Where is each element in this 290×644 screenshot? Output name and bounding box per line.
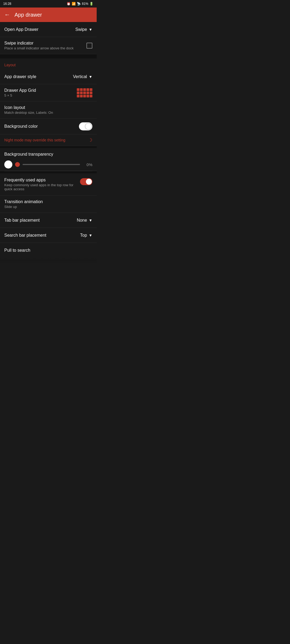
- status-bar: 16:28 ⏰ 📶 📡 81% 🔋: [0, 0, 97, 8]
- night-mode-text: Night mode may override this setting: [4, 138, 65, 142]
- transition-animation-label: Transition animation: [4, 199, 92, 204]
- layout-section-divider: [0, 54, 97, 56]
- transparency-percent: 0%: [83, 162, 92, 167]
- tab-bar-placement-item[interactable]: Tab bar placement None ▼: [0, 213, 97, 228]
- swipe-indicator-label: Swipe indicator: [4, 41, 86, 46]
- swipe-indicator-sub: Place a small indicator arrow above the …: [4, 46, 86, 50]
- back-button[interactable]: ←: [4, 11, 10, 18]
- moon-icon: ☽: [88, 137, 92, 143]
- background-color-label: Background color: [4, 124, 79, 129]
- section-gap: [0, 171, 97, 173]
- bottom-fade-overlay: [0, 258, 97, 263]
- icon-layout-item[interactable]: Icon layout Match desktop size, Labels: …: [0, 101, 97, 119]
- slider-orange-handle[interactable]: [15, 162, 20, 167]
- signal-icon: 📡: [77, 2, 81, 6]
- night-mode-row: Night mode may override this setting ☽: [0, 134, 97, 146]
- pull-to-search-label: Pull to search: [4, 248, 92, 253]
- app-drawer-style-chevron: ▼: [89, 75, 92, 79]
- background-transparency-label: Background transparency: [4, 152, 92, 157]
- open-app-drawer-chevron: ▼: [89, 27, 92, 32]
- drawer-app-grid-label: Drawer App Grid: [4, 88, 77, 93]
- search-bar-placement-item[interactable]: Search bar placement Top ▼: [0, 228, 97, 243]
- page-title: App drawer: [15, 12, 42, 18]
- search-bar-placement-chevron: ▼: [89, 233, 92, 237]
- frequently-used-apps-sub: Keep commonly used apps in the top row f…: [4, 183, 80, 191]
- app-drawer-style-item[interactable]: App drawer style Vertical ▼: [0, 69, 97, 84]
- background-transparency-section: Background transparency 0%: [0, 148, 97, 171]
- search-bar-placement-value[interactable]: Top ▼: [80, 233, 92, 238]
- transition-animation-sub: Slide up: [4, 205, 92, 209]
- app-drawer-style-value[interactable]: Vertical ▼: [73, 74, 92, 79]
- swipe-indicator-checkbox[interactable]: [86, 43, 92, 49]
- background-color-item[interactable]: Background color: [0, 119, 97, 134]
- background-color-toggle[interactable]: [79, 122, 92, 130]
- settings-list: Open App Drawer Swipe ▼ Swipe indicator …: [0, 22, 97, 263]
- open-app-drawer-value[interactable]: Swipe ▼: [75, 27, 92, 32]
- pull-to-search-item[interactable]: Pull to search: [0, 243, 97, 258]
- frequently-used-apps-item[interactable]: Frequently used apps Keep commonly used …: [0, 173, 97, 196]
- battery-percent: 81%: [82, 2, 88, 6]
- drawer-app-grid-item[interactable]: Drawer App Grid 5 × 5: [0, 84, 97, 101]
- open-app-drawer-label: Open App Drawer: [4, 27, 75, 32]
- app-drawer-style-label: App drawer style: [4, 74, 73, 79]
- pull-to-search-section: Pull to search: [0, 243, 97, 263]
- frequently-used-apps-label: Frequently used apps: [4, 178, 80, 182]
- toolbar: ← App drawer: [0, 8, 97, 22]
- search-bar-placement-label: Search bar placement: [4, 233, 80, 238]
- layout-section-header: Layout: [0, 56, 97, 69]
- transparency-slider-track[interactable]: [23, 164, 80, 165]
- battery-icon: 🔋: [89, 2, 93, 6]
- transparency-slider-row[interactable]: 0%: [4, 160, 92, 169]
- tab-bar-placement-chevron: ▼: [89, 218, 92, 222]
- slider-white-circle: [4, 160, 12, 169]
- status-right: ⏰ 📶 📡 81% 🔋: [67, 2, 93, 6]
- transparency-section-divider: [0, 146, 97, 148]
- icon-layout-label: Icon layout: [4, 105, 92, 110]
- drawer-app-grid-sub: 5 × 5: [4, 93, 77, 97]
- swipe-indicator-item[interactable]: Swipe indicator Place a small indicator …: [0, 37, 97, 54]
- transition-animation-item[interactable]: Transition animation Slide up: [0, 196, 97, 213]
- frequently-used-apps-toggle[interactable]: [80, 178, 92, 185]
- alarm-icon: ⏰: [67, 2, 71, 6]
- wifi-icon: 📶: [72, 2, 76, 6]
- tab-bar-placement-value[interactable]: None ▼: [77, 218, 92, 223]
- status-time: 16:28: [3, 2, 11, 6]
- tab-bar-placement-label: Tab bar placement: [4, 218, 77, 223]
- grid-icon: [77, 88, 92, 97]
- icon-layout-sub: Match desktop size, Labels: On: [4, 111, 92, 115]
- open-app-drawer-item[interactable]: Open App Drawer Swipe ▼: [0, 22, 97, 37]
